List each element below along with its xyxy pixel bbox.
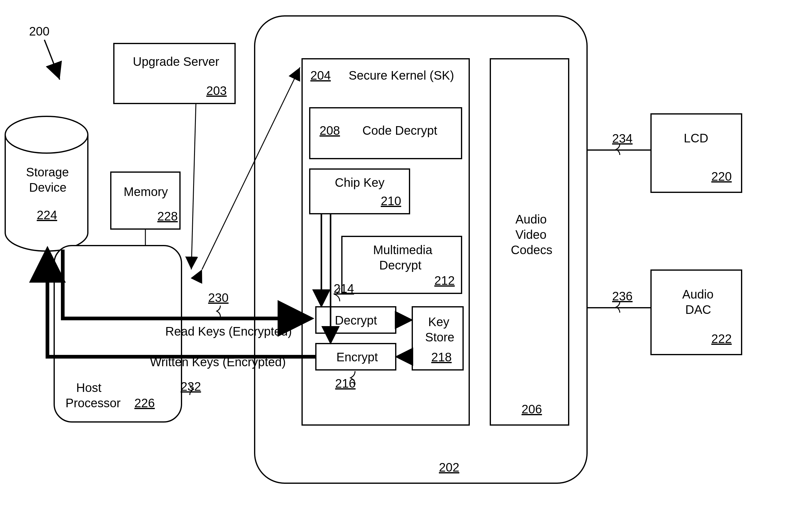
decrypt-ref: 214	[334, 282, 354, 295]
diagram-stage: 200 Storage Device 224 Upgrade Server 20…	[0, 0, 812, 523]
av-codecs-label-1: Audio	[515, 213, 547, 226]
lcd-label: LCD	[684, 131, 708, 145]
av-codecs-label-3: Codecs	[511, 243, 552, 257]
audio-dac-ref: 222	[711, 332, 732, 346]
chip-key-ref: 210	[381, 194, 401, 208]
upgrade-server-box: Upgrade Server 203	[113, 43, 236, 104]
encrypt-ref: 216	[335, 377, 356, 391]
lcd-conn-ref: 234	[612, 132, 633, 145]
host-processor-ref: 226	[134, 396, 155, 410]
memory-box: Memory 228	[110, 172, 181, 230]
av-codecs-box: Audio Video Codecs 206	[490, 58, 569, 426]
chip-key-box: Chip Key 210	[309, 168, 410, 214]
multimedia-decrypt-ref: 212	[434, 274, 455, 288]
read-keys-ref: 230	[208, 291, 229, 305]
written-keys-ref: 232	[181, 380, 201, 394]
read-keys-label: Read Keys (Encrypted)	[165, 325, 292, 338]
code-decrypt-label: Code Decrypt	[363, 124, 437, 138]
chip-key-label: Chip Key	[335, 176, 384, 190]
code-decrypt-box: 208 Code Decrypt	[309, 107, 462, 159]
svg-line-3	[191, 104, 196, 269]
figure-ref: 200	[29, 24, 50, 38]
dac-conn-ref: 236	[612, 289, 633, 303]
secure-kernel-label: Secure Kernel (SK)	[349, 69, 454, 83]
host-processor-label-2: Processor	[66, 396, 121, 410]
decrypt-box: Decrypt	[315, 306, 396, 334]
av-codecs-label-2: Video	[515, 228, 547, 241]
soc-ref: 202	[439, 461, 459, 474]
secure-kernel-ref: 204	[310, 69, 331, 83]
multimedia-decrypt-label-2: Decrypt	[379, 258, 422, 272]
svg-point-0	[5, 116, 88, 153]
audio-dac-label-2: DAC	[685, 303, 711, 317]
upgrade-server-ref: 203	[206, 84, 227, 98]
storage-device-label-2: Device	[29, 181, 67, 195]
multimedia-decrypt-label-1: Multimedia	[373, 243, 432, 257]
code-decrypt-ref: 208	[319, 124, 340, 138]
memory-label: Memory	[124, 185, 168, 199]
audio-dac-label-1: Audio	[682, 288, 714, 301]
storage-device-label-1: Storage	[26, 165, 69, 179]
encrypt-box: Encrypt	[315, 343, 396, 371]
lcd-ref: 220	[711, 170, 732, 183]
lcd-box: LCD 220	[650, 113, 742, 193]
key-store-ref: 218	[431, 350, 452, 364]
av-codecs-ref: 206	[521, 402, 542, 416]
memory-ref: 228	[157, 210, 178, 223]
host-processor-box: Host Processor 226	[54, 245, 182, 422]
encrypt-label: Encrypt	[336, 350, 378, 364]
storage-device-ref: 224	[37, 208, 57, 222]
upgrade-server-label: Upgrade Server	[133, 55, 219, 69]
multimedia-decrypt-box: Multimedia Decrypt 212	[341, 236, 462, 294]
audio-dac-box: Audio DAC 222	[650, 269, 742, 355]
host-processor-label-1: Host	[76, 381, 101, 395]
key-store-label-2: Store	[425, 330, 455, 344]
key-store-label-1: Key	[428, 315, 449, 329]
key-store-box: Key Store 218	[412, 306, 464, 371]
written-keys-label: Written Keys (Encrypted)	[150, 355, 286, 369]
decrypt-label: Decrypt	[335, 313, 377, 327]
